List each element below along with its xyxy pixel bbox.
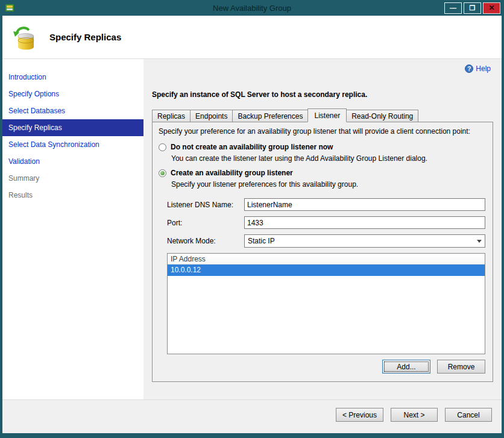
listener-tab-panel: Specify your preference for an availabil… xyxy=(152,122,493,382)
ip-list-buttons: Add... Remove xyxy=(159,360,487,374)
radio-create-listener[interactable] xyxy=(159,169,166,177)
tab-backup-preferences[interactable]: Backup Preferences xyxy=(232,110,308,122)
titlebar: New Availability Group — ❐ ✕ xyxy=(0,0,504,16)
radio-no-listener[interactable] xyxy=(159,143,166,151)
radio-no-listener-subtext: You can create the listener later using … xyxy=(171,154,487,163)
page-title: Specify Replicas xyxy=(49,32,121,42)
tab-endpoints[interactable]: Endpoints xyxy=(190,110,233,122)
wizard-footer: < Previous Next > Cancel xyxy=(2,399,502,433)
sidebar-item-summary: Summary xyxy=(2,170,143,187)
sidebar-item-specify-replicas[interactable]: Specify Replicas xyxy=(2,119,143,136)
sidebar-item-results: Results xyxy=(2,187,143,204)
combo-arrow-zone[interactable] xyxy=(474,235,485,247)
tab-read-only-routing[interactable]: Read-Only Routing xyxy=(346,110,418,122)
port-row: Port: xyxy=(167,216,487,229)
availability-group-icon xyxy=(11,23,40,52)
port-input[interactable] xyxy=(244,216,485,229)
chevron-down-icon xyxy=(477,240,482,243)
instruction-text: Specify an instance of SQL Server to hos… xyxy=(152,90,502,99)
radio-row-no-listener: Do not create an availability group list… xyxy=(159,143,487,151)
main-panel: ? Help Specify an instance of SQL Server… xyxy=(143,59,502,399)
sidebar-item-specify-options[interactable]: Specify Options xyxy=(2,86,143,102)
sidebar-item-select-data-synchronization[interactable]: Select Data Synchronization xyxy=(2,136,143,153)
replica-tabs: Replicas Endpoints Backup Preferences Li… xyxy=(152,108,502,122)
help-icon: ? xyxy=(465,64,473,73)
help-label: Help xyxy=(476,64,491,73)
wizard-header: Specify Replicas xyxy=(2,16,502,59)
cancel-button[interactable]: Cancel xyxy=(445,408,492,422)
help-link[interactable]: ? Help xyxy=(465,64,491,73)
radio-row-create-listener: Create an availability group listener xyxy=(159,169,487,177)
help-row: ? Help xyxy=(143,59,502,76)
radio-no-listener-label[interactable]: Do not create an availability group list… xyxy=(171,143,333,151)
network-mode-label: Network Mode: xyxy=(167,237,244,245)
new-availability-group-dialog: New Availability Group — ❐ ✕ Speci xyxy=(0,0,504,438)
add-button[interactable]: Add... xyxy=(382,360,430,374)
ip-address-column-header: IP Address xyxy=(168,254,485,264)
sidebar-item-validation[interactable]: Validation xyxy=(2,153,143,170)
listener-fields: Listener DNS Name: Port: Network Mode: S… xyxy=(167,198,487,248)
dns-name-label: Listener DNS Name: xyxy=(167,201,244,209)
radio-create-listener-subtext: Specify your listener preferences for th… xyxy=(171,180,487,189)
dns-name-row: Listener DNS Name: xyxy=(167,198,487,211)
wizard-steps-sidebar: Introduction Specify Options Select Data… xyxy=(2,59,143,399)
sidebar-item-introduction[interactable]: Introduction xyxy=(2,69,143,86)
window-controls: — ❐ ✕ xyxy=(444,2,500,14)
network-mode-value: Static IP xyxy=(245,237,474,245)
ip-address-list[interactable]: IP Address 10.0.0.12 xyxy=(167,253,485,354)
app-icon xyxy=(5,3,14,13)
minimize-button[interactable]: — xyxy=(444,2,462,14)
ip-address-row[interactable]: 10.0.0.12 xyxy=(168,264,485,276)
sidebar-item-select-databases[interactable]: Select Databases xyxy=(2,102,143,119)
close-button[interactable]: ✕ xyxy=(483,2,500,14)
network-mode-row: Network Mode: Static IP xyxy=(167,234,487,248)
maximize-button[interactable]: ❐ xyxy=(464,2,481,14)
content-area: Introduction Specify Options Select Data… xyxy=(2,59,502,399)
tab-listener[interactable]: Listener xyxy=(307,108,347,122)
remove-button[interactable]: Remove xyxy=(437,360,485,374)
network-mode-select[interactable]: Static IP xyxy=(244,234,485,248)
port-label: Port: xyxy=(167,219,244,227)
next-button[interactable]: Next > xyxy=(391,408,438,422)
listener-preference-text: Specify your preference for an availabil… xyxy=(159,127,487,136)
radio-create-listener-label[interactable]: Create an availability group listener xyxy=(171,169,293,177)
tab-replicas[interactable]: Replicas xyxy=(152,110,191,122)
previous-button[interactable]: < Previous xyxy=(336,408,383,422)
dns-name-input[interactable] xyxy=(244,198,485,211)
window-title: New Availability Group xyxy=(0,4,504,13)
